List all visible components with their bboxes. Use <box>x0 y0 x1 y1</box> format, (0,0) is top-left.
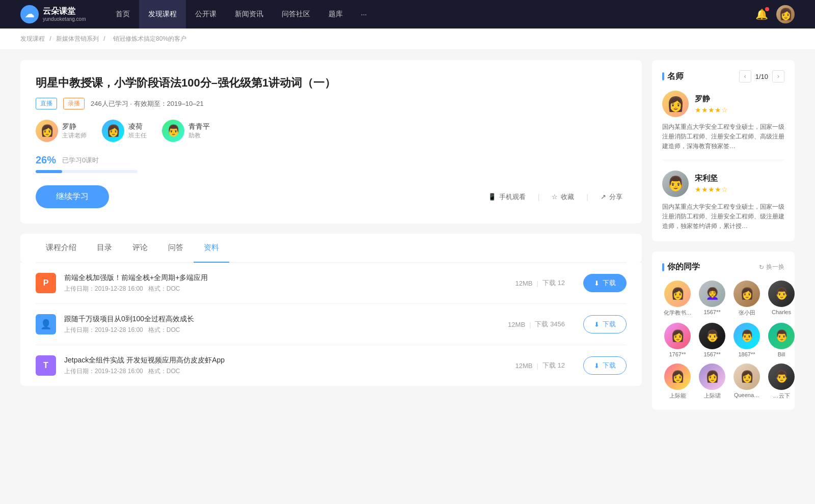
classmate-10: 👩 Queena… <box>731 363 762 400</box>
classmate-avatar-11: 👨 <box>768 363 795 390</box>
share-icon: ↗ <box>601 193 606 201</box>
classmates-grid: 👩 化学教书… 👩‍🦱 1567** 👩 张小田 👨 Charles 👩 <box>662 281 784 400</box>
course-actions: 继续学习 📱 手机观看 | ☆ 收藏 | ↗ 分享 <box>36 185 627 208</box>
classmate-avatar-8: 👩 <box>664 363 691 390</box>
sidebar: 名师 ‹ 1/10 › 👩 罗静 ★★★★☆ <box>652 60 795 420</box>
tab-resources[interactable]: 资料 <box>194 234 229 263</box>
course-title: 明星中教授课，小学阶段语法100分–强化级第1讲动词（一） <box>36 75 627 91</box>
nav-home[interactable]: 首页 <box>106 0 139 29</box>
tab-qa[interactable]: 问答 <box>158 234 194 263</box>
classmate-7: 👨 Bill <box>766 323 797 357</box>
resource-stats-0: 12MB | 下载 12 <box>515 278 565 288</box>
classmate-name-11: …云下 <box>766 392 797 400</box>
resource-info-0: 前端全栈加强版！前端全栈+全周期+多端应用 上传日期：2019-12-28 16… <box>64 273 507 293</box>
sidebar-teachers-header: 名师 ‹ 1/10 › <box>662 70 784 82</box>
progress-text: 已学习0课时 <box>62 156 99 165</box>
teacher-avatar-0: 👩 <box>36 120 58 142</box>
logo[interactable]: ☁ 云朵课堂 yunduoketang.com <box>20 5 86 23</box>
sidebar-teacher-0: 👩 罗静 ★★★★☆ 国内某重点大学安全工程专业硕士，国家一级注册消防工程师、注… <box>662 91 784 160</box>
nav-news[interactable]: 新闻资讯 <box>226 0 273 29</box>
teacher-avatar-1: 👩 <box>102 120 124 142</box>
refresh-classmates-btn[interactable]: ↻ 换一换 <box>759 263 784 271</box>
share-btn[interactable]: ↗ 分享 <box>596 190 627 204</box>
classmate-4: 👩 1767** <box>662 323 693 357</box>
teachers-prev-btn[interactable]: ‹ <box>739 70 751 82</box>
nav-items: 首页 发现课程 公开课 新闻资讯 问答社区 题库 ··· <box>106 0 755 29</box>
tabs: 课程介绍 目录 评论 问答 资料 <box>36 234 627 263</box>
resource-name-0: 前端全栈加强版！前端全栈+全周期+多端应用 <box>64 273 507 283</box>
sidebar-teacher-desc-0: 国内某重点大学安全工程专业硕士，国家一级注册消防工程师、注册安全工程师、高级注册… <box>662 122 784 152</box>
resource-info-1: 跟随千万级项目从0到100全过程高效成长 上传日期：2019-12-28 16:… <box>64 315 500 334</box>
course-card: 明星中教授课，小学阶段语法100分–强化级第1讲动词（一） 直播 录播 246人… <box>20 60 642 223</box>
nav-open[interactable]: 公开课 <box>186 0 226 29</box>
resource-name-1: 跟随千万级项目从0到100全过程高效成长 <box>64 315 500 324</box>
teachers-next-btn[interactable]: › <box>772 70 784 82</box>
classmate-3: 👨 Charles <box>766 281 797 317</box>
notification-dot <box>765 7 769 11</box>
classmate-name-1: 1567** <box>697 309 727 315</box>
breadcrumb-current: 销冠修炼术搞定80%的客户 <box>113 35 186 42</box>
classmate-name-7: Bill <box>766 351 797 357</box>
teachers-page: 1/10 <box>755 73 768 80</box>
nav-qa[interactable]: 问答社区 <box>273 0 319 29</box>
breadcrumb-link-2[interactable]: 新媒体营销系列 <box>56 35 99 42</box>
user-avatar[interactable]: 👩 <box>776 5 795 23</box>
tab-intro[interactable]: 课程介绍 <box>36 234 87 263</box>
breadcrumb: 发现课程 / 新媒体营销系列 / 销冠修炼术搞定80%的客户 <box>0 29 815 50</box>
teachers-list: 👩 罗静 主讲老师 👩 凌荷 班主任 👨 青青平 <box>36 120 627 142</box>
download-btn-0[interactable]: ⬇下载 <box>583 274 627 292</box>
sidebar-teachers-title: 名师 <box>662 71 684 82</box>
classmate-avatar-2: 👩 <box>734 281 760 307</box>
breadcrumb-link[interactable]: 发现课程 <box>20 35 45 42</box>
teacher-name-0: 罗静 <box>62 122 87 131</box>
sidebar-teacher-stars-1: ★★★★☆ <box>695 185 728 193</box>
resource-stats-1: 12MB | 下载 3456 <box>508 320 565 329</box>
progress-bar-fill <box>36 170 62 173</box>
sidebar-teacher-name-1: 宋利坚 <box>695 174 728 183</box>
classmate-11: 👨 …云下 <box>766 363 797 400</box>
continue-btn[interactable]: 继续学习 <box>36 185 109 208</box>
phone-watch-btn[interactable]: 📱 手机观看 <box>484 190 530 204</box>
sidebar-classmates-box: 你的同学 ↻ 换一换 👩 化学教书… 👩‍🦱 1567** 👩 张小田 <box>652 251 795 410</box>
classmate-avatar-6: 👨 <box>734 323 760 349</box>
classmate-1: 👩‍🦱 1567** <box>697 281 727 317</box>
classmate-avatar-5: 👨 <box>699 323 725 349</box>
classmate-avatar-1: 👩‍🦱 <box>699 281 725 307</box>
classmate-name-8: 上际能 <box>662 392 693 400</box>
download-icon-1: ⬇ <box>594 321 600 328</box>
classmate-avatar-10: 👩 <box>734 363 760 390</box>
nav-quiz[interactable]: 题库 <box>319 0 352 29</box>
teacher-2: 👨 青青平 助教 <box>162 120 210 142</box>
teacher-name-1: 凌荷 <box>128 122 147 131</box>
classmate-2: 👩 张小田 <box>731 281 762 317</box>
sidebar-teachers-nav: ‹ 1/10 › <box>739 70 784 82</box>
classmate-9: 👩 上际珺 <box>697 363 727 400</box>
refresh-label: 换一换 <box>766 263 784 271</box>
tab-review[interactable]: 评论 <box>122 234 158 263</box>
nav-more[interactable]: ··· <box>352 0 376 29</box>
classmate-0: 👩 化学教书… <box>662 281 693 317</box>
tabs-container: 课程介绍 目录 评论 问答 资料 <box>20 234 642 263</box>
teacher-avatar-2: 👨 <box>162 120 184 142</box>
teacher-0: 👩 罗静 主讲老师 <box>36 120 87 142</box>
resource-0: P 前端全栈加强版！前端全栈+全周期+多端应用 上传日期：2019-12-28 … <box>36 263 627 304</box>
bell-icon[interactable]: 🔔 <box>755 8 768 20</box>
resource-icon-2: T <box>36 355 56 376</box>
classmate-name-0: 化学教书… <box>662 309 693 317</box>
download-btn-2[interactable]: ⬇下载 <box>583 356 627 375</box>
resources-list: P 前端全栈加强版！前端全栈+全周期+多端应用 上传日期：2019-12-28 … <box>20 263 642 386</box>
sidebar-teacher-avatar-0: 👩 <box>662 91 689 117</box>
nav-discover[interactable]: 发现课程 <box>139 0 186 29</box>
tab-catalog[interactable]: 目录 <box>87 234 122 263</box>
download-btn-1[interactable]: ⬇下载 <box>583 315 627 333</box>
classmates-header: 你的同学 ↻ 换一换 <box>662 262 784 272</box>
classmate-avatar-0: 👩 <box>664 281 691 307</box>
course-meta: 直播 录播 246人已学习 · 有效期至：2019–10–21 <box>36 98 627 109</box>
collect-btn[interactable]: ☆ 收藏 <box>548 190 578 204</box>
sidebar-teacher-stars-0: ★★★★☆ <box>695 106 728 114</box>
badge-record: 录播 <box>63 98 85 109</box>
share-label: 分享 <box>609 192 622 202</box>
classmate-name-4: 1767** <box>662 351 693 357</box>
resource-stats-2: 12MB | 下载 12 <box>515 361 565 370</box>
teacher-role-2: 助教 <box>188 131 210 140</box>
